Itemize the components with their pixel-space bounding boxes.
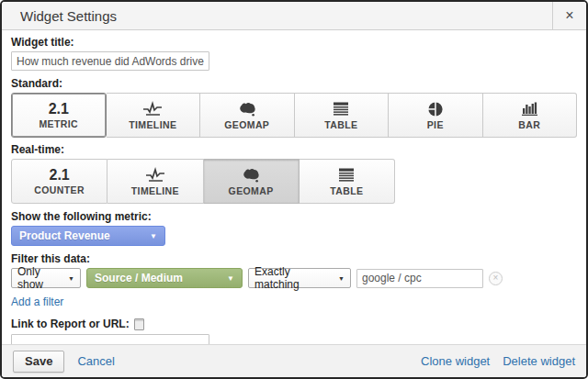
table-icon [336, 167, 356, 184]
report-url-input[interactable] [11, 334, 209, 344]
widget-title-label: Widget title: [11, 36, 577, 49]
timeline-icon [143, 167, 167, 184]
widget-title-input[interactable] [11, 51, 209, 71]
pie-icon [427, 101, 444, 117]
widget-type-label: PIE [427, 119, 444, 130]
table-icon [331, 101, 351, 117]
select-arrow-icon: ▼ [68, 275, 74, 282]
geomap-icon [240, 167, 262, 184]
standard-metric-button[interactable]: 2.1METRIC [11, 93, 107, 138]
widget-type-label: COUNTER [34, 184, 85, 195]
report-link-label: Link to Report or URL: [11, 318, 130, 330]
save-button[interactable]: Save [13, 351, 64, 373]
dialog-footer: Save Cancel Clone widget Delete widget [2, 344, 586, 377]
counter-icon: 2.1 [50, 167, 70, 183]
filter-dimension-dropdown[interactable]: Source / Medium ▼ [86, 268, 243, 288]
widget-type-label: TIMELINE [131, 185, 179, 196]
select-arrow-icon: ▼ [338, 275, 345, 282]
widget-type-label: METRIC [39, 118, 78, 129]
filter-label: Filter this data: [11, 252, 577, 265]
realtime-table-button[interactable]: TABLE [300, 159, 395, 204]
dialog-title: Widget Settings [2, 2, 552, 29]
filter-dimension-value: Source / Medium [95, 272, 183, 284]
metric-dropdown-value: Product Revenue [19, 229, 110, 242]
chevron-down-icon: ▼ [227, 274, 234, 283]
geomap-icon [236, 101, 258, 117]
metric-icon: 2.1 [49, 101, 69, 117]
filter-match-select-value: Exactly matching [254, 265, 334, 291]
widget-type-label: GEOMAP [229, 185, 274, 196]
clipboard-icon[interactable] [134, 318, 144, 330]
filter-show-select-value: Only show [17, 265, 63, 291]
realtime-buttons: 2.1COUNTERTIMELINEGEOMAPTABLE [11, 159, 395, 204]
widget-type-label: TABLE [330, 185, 363, 196]
realtime-timeline-button[interactable]: TIMELINE [107, 159, 203, 204]
realtime-label: Real-time: [11, 143, 577, 156]
filter-match-select[interactable]: Exactly matching ▼ [248, 268, 351, 288]
clone-widget-link[interactable]: Clone widget [421, 354, 490, 368]
add-filter-link[interactable]: Add a filter [11, 295, 63, 308]
realtime-counter-button[interactable]: 2.1COUNTER [11, 159, 107, 204]
chevron-down-icon: ▼ [150, 232, 157, 240]
standard-geomap-button[interactable]: GEOMAP [200, 93, 295, 138]
standard-table-button[interactable]: TABLE [295, 93, 390, 138]
widget-settings-dialog: Widget Settings × Widget title: Standard… [0, 0, 588, 379]
widget-type-label: GEOMAP [224, 119, 269, 130]
standard-timeline-button[interactable]: TIMELINE [107, 93, 201, 138]
standard-pie-button[interactable]: PIE [389, 93, 483, 138]
filter-value-input[interactable] [356, 269, 483, 288]
close-icon[interactable]: × [552, 2, 586, 29]
timeline-icon [141, 101, 164, 117]
standard-bar-button[interactable]: BAR [483, 93, 578, 138]
widget-type-label: BAR [518, 119, 540, 130]
metric-label: Show the following metric: [11, 210, 577, 223]
cancel-link[interactable]: Cancel [77, 354, 114, 368]
standard-label: Standard: [11, 77, 577, 90]
delete-widget-link[interactable]: Delete widget [503, 354, 575, 368]
metric-dropdown[interactable]: Product Revenue ▼ [11, 226, 165, 246]
standard-buttons: 2.1METRICTIMELINEGEOMAPTABLEPIEBAR [11, 93, 577, 138]
realtime-geomap-button[interactable]: GEOMAP [204, 159, 300, 204]
filter-show-select[interactable]: Only show ▼ [11, 268, 81, 288]
widget-type-label: TIMELINE [129, 119, 176, 130]
filter-row: Only show ▼ Source / Medium ▼ Exactly ma… [11, 268, 577, 288]
widget-type-label: TABLE [324, 119, 357, 130]
remove-filter-icon[interactable]: × [489, 272, 503, 285]
dialog-header: Widget Settings × [2, 2, 586, 30]
bar-icon [519, 101, 539, 117]
dialog-body: Widget title: Standard: 2.1METRICTIMELIN… [2, 30, 586, 344]
